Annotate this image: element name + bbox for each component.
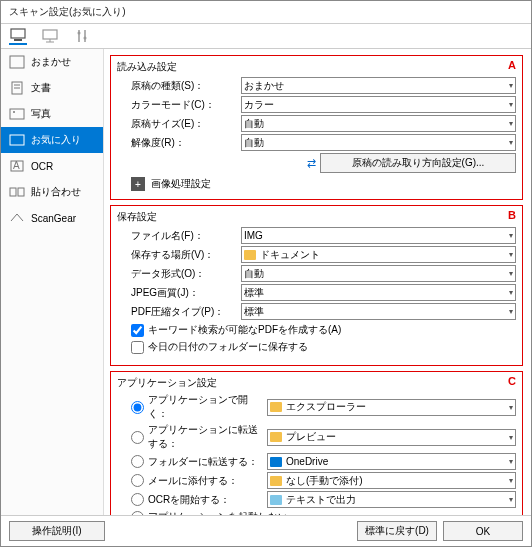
label-pdf: PDF圧縮タイプ(P)： [131,305,237,319]
sidebar: おまかせ 文書 写真 お気に入り AOCR 貼り合わせ ScanGear [1,49,104,515]
sidebar-item-ocr[interactable]: AOCR [1,153,103,179]
checkbox-date-folder[interactable] [131,341,144,354]
label-source: 原稿の種類(S)： [131,79,237,93]
sidebar-item-auto[interactable]: おまかせ [1,49,103,75]
section-title: アプリケーション設定 [117,376,516,390]
checkbox-label: 今日の日付のフォルダーに保存する [148,340,308,354]
svg-rect-1 [14,39,22,41]
radio-label: アプリケーションで開く： [148,393,263,421]
svg-rect-18 [10,188,16,196]
scanner-network-icon[interactable] [41,27,59,45]
explorer-icon [270,402,282,412]
section-marker-b: B [508,209,516,221]
svg-rect-9 [10,56,24,68]
tools-icon[interactable] [73,27,91,45]
orientation-button[interactable]: 原稿の読み取り方向設定(G)... [320,153,516,173]
svg-rect-19 [18,188,24,196]
sidebar-item-label: 写真 [31,107,51,121]
select-send-app[interactable]: プレビュー▾ [267,429,516,446]
label-format: データ形式(O)： [131,267,237,281]
select-folder[interactable]: ドキュメント▾ [241,246,516,263]
radio-label: アプリケーションに転送する： [148,423,263,451]
svg-rect-15 [10,135,24,145]
label-resolution: 解像度(R)： [131,136,237,150]
toolbar [1,23,531,49]
checkbox-label: キーワード検索が可能なPDFを作成する(A) [148,323,341,337]
select-open-app[interactable]: エクスプローラー▾ [267,399,516,416]
footer: 操作説明(I) 標準に戻す(D) OK [1,515,531,546]
text-icon [270,495,282,505]
radio-mail[interactable] [131,474,144,487]
swap-icon[interactable]: ⇄ [307,157,316,170]
checkbox-searchable-pdf[interactable] [131,324,144,337]
sidebar-item-document[interactable]: 文書 [1,75,103,101]
section-title: 保存設定 [117,210,516,224]
select-size[interactable]: 自動▾ [241,115,516,132]
select-jpeg[interactable]: 標準▾ [241,284,516,301]
image-processing-label: 画像処理設定 [151,177,211,191]
label-jpeg: JPEG画質(J)： [131,286,237,300]
onedrive-icon [270,457,282,467]
svg-point-8 [84,37,87,40]
mail-icon [270,476,282,486]
select-color[interactable]: カラー▾ [241,96,516,113]
input-filename[interactable]: IMG▾ [241,227,516,244]
sidebar-item-label: 貼り合わせ [31,185,81,199]
radio-label: アプリケーションを起動しない [148,510,288,515]
preview-icon [270,432,282,442]
section-save-settings: B 保存設定 ファイル名(F)：IMG▾ 保存する場所(V)：ドキュメント▾ デ… [110,205,523,366]
section-title: 読み込み設定 [117,60,516,74]
label-color: カラーモード(C)： [131,98,237,112]
sidebar-item-label: おまかせ [31,55,71,69]
label-filename: ファイル名(F)： [131,229,237,243]
radio-send-folder[interactable] [131,455,144,468]
select-pdf[interactable]: 標準▾ [241,303,516,320]
select-format[interactable]: 自動▾ [241,265,516,282]
svg-point-14 [13,111,15,113]
reset-button[interactable]: 標準に戻す(D) [357,521,437,541]
section-app-settings: C アプリケーション設定 アプリケーションで開く：エクスプローラー▾ アプリケー… [110,371,523,515]
radio-send-app[interactable] [131,431,144,444]
section-scan-settings: A 読み込み設定 原稿の種類(S)：おまかせ▾ カラーモード(C)：カラー▾ 原… [110,55,523,200]
sidebar-item-favorite[interactable]: お気に入り [1,127,103,153]
scanner-local-icon[interactable] [9,27,27,45]
label-size: 原稿サイズ(E)： [131,117,237,131]
sidebar-item-scangear[interactable]: ScanGear [1,205,103,231]
sidebar-item-label: OCR [31,161,53,172]
sidebar-item-stitch[interactable]: 貼り合わせ [1,179,103,205]
svg-text:A: A [13,160,20,171]
radio-none[interactable] [131,511,144,516]
label-folder: 保存する場所(V)： [131,248,237,262]
svg-point-7 [78,32,81,35]
select-ocr[interactable]: テキストで出力▾ [267,491,516,508]
radio-open-app[interactable] [131,401,144,414]
sidebar-item-label: お気に入り [31,133,81,147]
svg-rect-13 [10,109,24,119]
radio-label: OCRを開始する： [148,493,263,507]
expand-icon[interactable]: + [131,177,145,191]
select-mail[interactable]: なし(手動で添付)▾ [267,472,516,489]
svg-rect-2 [43,30,57,39]
radio-label: フォルダーに転送する： [148,455,263,469]
sidebar-item-label: ScanGear [31,213,76,224]
help-button[interactable]: 操作説明(I) [9,521,105,541]
folder-icon [244,250,256,260]
select-send-folder[interactable]: OneDrive▾ [267,453,516,470]
window-title: スキャン設定(お気に入り) [1,1,531,23]
radio-ocr[interactable] [131,493,144,506]
ok-button[interactable]: OK [443,521,523,541]
section-marker-a: A [508,59,516,71]
sidebar-item-label: 文書 [31,81,51,95]
sidebar-item-photo[interactable]: 写真 [1,101,103,127]
svg-rect-0 [11,29,25,38]
select-source[interactable]: おまかせ▾ [241,77,516,94]
section-marker-c: C [508,375,516,387]
radio-label: メールに添付する： [148,474,263,488]
select-resolution[interactable]: 自動▾ [241,134,516,151]
